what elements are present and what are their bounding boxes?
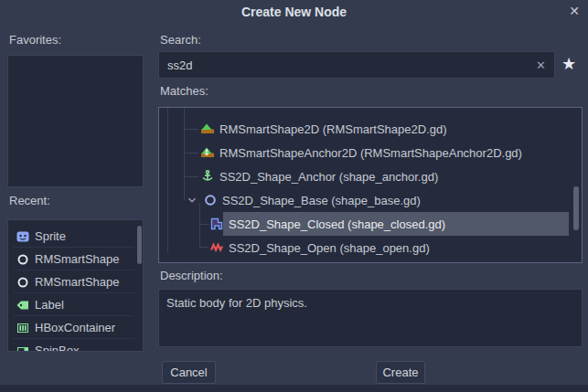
tree-row-label: RMSmartShape2D (RMSmartShape2D.gd) xyxy=(219,122,447,136)
tree-row[interactable]: SS2D_Shape_Base (shape_base.gd) xyxy=(186,188,421,212)
tree-row-label: SS2D_Shape_Open (shape_open.gd) xyxy=(229,241,430,255)
hbox-container-icon xyxy=(16,321,30,335)
description-box: Static body for 2D physics. xyxy=(158,289,583,347)
favorites-label: Favorites: xyxy=(9,33,61,47)
tree-row[interactable]: SS2D_Shape_Open (shape_open.gd) xyxy=(209,236,430,260)
favorites-list xyxy=(7,55,144,187)
tree-row-label: SS2D_Shape_Base (shape_base.gd) xyxy=(222,194,421,207)
list-item-label: RMSmartShape xyxy=(35,275,119,289)
dialog-title: Create New Node xyxy=(0,5,588,19)
sprite-icon xyxy=(16,229,30,244)
list-item-label: HBoxContainer xyxy=(35,321,115,334)
matches-tree: RMSmartShape2D (RMSmartShape2D.gd) RMSma… xyxy=(158,107,583,263)
tree-row-label: RMSmartShapeAnchor2D (RMSmartShapeAnchor… xyxy=(219,146,522,160)
close-icon[interactable]: ✕ xyxy=(569,4,580,18)
tree-row-label: SS2D_Shape_Anchor (shape_anchor.gd) xyxy=(219,170,438,184)
list-item[interactable]: RMSmartShape xyxy=(16,248,119,270)
circle-outline-icon xyxy=(203,193,218,207)
anchor-icon xyxy=(200,169,215,184)
list-item-label: Label xyxy=(35,298,64,312)
circle-icon xyxy=(16,275,30,290)
create-new-node-dialog: Create New Node ✕ Favorites: Recent: Spr… xyxy=(0,0,588,392)
spinbox-icon xyxy=(16,344,30,353)
description-label: Description: xyxy=(160,269,223,282)
terrain-anchor-icon xyxy=(200,145,215,160)
recent-list: Sprite RMSmartShape RMSmartShape Label xyxy=(7,219,144,352)
dialog-bottom-edge xyxy=(0,385,588,392)
chevron-down-icon[interactable] xyxy=(186,194,198,207)
list-item-label: RMSmartShape xyxy=(35,252,119,266)
list-item[interactable]: RMSmartShape xyxy=(16,270,119,293)
favorite-star-icon[interactable]: ★ xyxy=(561,54,576,74)
tree-row[interactable]: RMSmartShape2D (RMSmartShape2D.gd) xyxy=(200,117,447,141)
list-item-label: Sprite xyxy=(35,229,66,243)
recent-scrollbar-thumb[interactable] xyxy=(137,226,142,264)
list-item-label: SpinBox xyxy=(35,344,79,352)
create-button[interactable]: Create xyxy=(376,361,425,384)
tree-row[interactable]: RMSmartShapeAnchor2D (RMSmartShapeAnchor… xyxy=(200,141,522,164)
matches-label: Matches: xyxy=(160,84,208,98)
tree-row-label: SS2D_Shape_Closed (shape_closed.gd) xyxy=(229,217,445,231)
search-input-value: ss2d xyxy=(167,58,536,72)
terrain-icon xyxy=(200,122,215,136)
tree-row-selected[interactable]: SS2D_Shape_Closed (shape_closed.gd) xyxy=(209,212,445,236)
list-item[interactable]: Label xyxy=(16,293,64,316)
cancel-button[interactable]: Cancel xyxy=(162,361,216,384)
open-shape-icon xyxy=(209,240,224,255)
search-input[interactable]: ss2d ✕ xyxy=(158,51,555,79)
tree-row[interactable]: SS2D_Shape_Anchor (shape_anchor.gd) xyxy=(200,164,438,188)
matches-scrollbar-thumb[interactable] xyxy=(573,186,579,230)
clear-search-icon[interactable]: ✕ xyxy=(536,58,546,72)
list-item[interactable]: HBoxContainer xyxy=(16,316,115,339)
list-item[interactable]: Sprite xyxy=(16,225,66,248)
description-text: Static body for 2D physics. xyxy=(166,296,307,310)
closed-shape-icon xyxy=(209,217,224,231)
list-item[interactable]: SpinBox xyxy=(16,339,79,352)
circle-icon xyxy=(16,252,30,267)
label-tag-icon xyxy=(16,298,30,313)
recent-label: Recent: xyxy=(9,194,50,207)
search-label: Search: xyxy=(160,33,201,47)
